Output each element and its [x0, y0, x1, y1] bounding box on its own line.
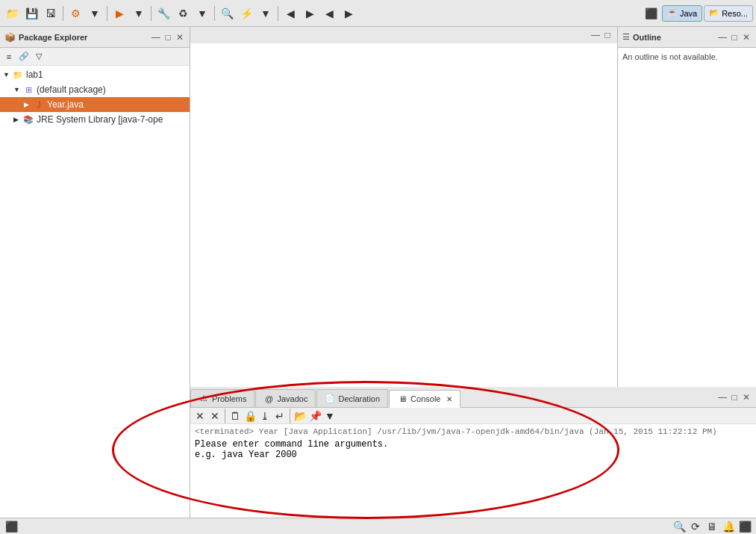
arrow-yearjava: ▶ — [24, 101, 33, 108]
maximize-bottom-btn[interactable]: □ — [729, 392, 740, 403]
toolbar-btn-prev[interactable]: ◀ — [281, 4, 299, 22]
outline-title: Outline — [633, 33, 714, 42]
console-tab-label: Console — [410, 394, 440, 403]
collapse-all-btn[interactable]: ≡ — [2, 50, 16, 63]
console-pin-btn[interactable]: 📌 — [308, 409, 322, 423]
status-refresh-btn[interactable]: ⟳ — [689, 520, 702, 533]
status-extra-btn[interactable]: ⬛ — [738, 520, 752, 533]
toolbar-btn-searchdrop[interactable]: ▼ — [257, 4, 275, 22]
toolbar-btn-new[interactable]: 📁 — [3, 4, 21, 22]
perspective-java-btn[interactable]: ☕ Java — [662, 5, 702, 22]
maximize-outline-btn[interactable]: □ — [729, 32, 740, 43]
tree-item-jre[interactable]: ▶ 📚 JRE System Library [java-7-ope — [0, 112, 190, 127]
minimize-editor-btn[interactable]: — — [590, 30, 601, 40]
tab-javadoc[interactable]: @ Javadoc — [255, 389, 316, 407]
tree-item-yearjava[interactable]: ▶ J Year.java — [0, 97, 190, 112]
main-toolbar: 📁 💾 🖫 ⚙ ▼ ▶ ▼ 🔧 ♻ ▼ 🔍 ⚡ ▼ ◀ ▶ ◀ ▶ ⬛ ☕ Ja… — [0, 0, 756, 27]
close-bottom-btn[interactable]: ✕ — [741, 392, 752, 403]
status-new-btn[interactable]: ⬛ — [4, 520, 18, 533]
toolbar-btn-next[interactable]: ▶ — [301, 4, 319, 22]
console-terminate-btn[interactable]: ✕ — [193, 409, 207, 423]
toolbar-sep-1 — [63, 6, 63, 21]
tree-item-lab1[interactable]: ▼ 📁 lab1 — [0, 67, 190, 82]
tab-problems[interactable]: ⚠ Problems — [190, 389, 254, 407]
outline-content: An outline is not available. — [618, 48, 756, 387]
arrow-jre: ▶ — [13, 116, 22, 123]
javadoc-tab-label: Javadoc — [277, 394, 307, 403]
view-menu-btn[interactable]: ▽ — [32, 50, 46, 63]
toolbar-sep-3 — [151, 6, 151, 21]
toolbar-btn-run[interactable]: ⚙ — [66, 4, 84, 22]
editor-content[interactable] — [190, 43, 617, 387]
editor-panel: — □ — [190, 27, 618, 387]
perspective-java-label: Java — [680, 9, 697, 18]
console-clear-btn[interactable]: 🗒 — [228, 409, 242, 423]
outline-icon: ☰ — [622, 32, 630, 42]
toolbar-btn-back[interactable]: ◀ — [320, 4, 338, 22]
console-word-wrap-btn[interactable]: ↵ — [273, 409, 287, 423]
toolbar-btn-save2[interactable]: 🖫 — [42, 4, 60, 22]
arrow-lab1: ▼ — [3, 71, 12, 78]
maximize-editor-btn[interactable]: □ — [602, 30, 613, 40]
link-with-editor-btn[interactable]: 🔗 — [17, 50, 31, 63]
package-explorer-icon: 📦 — [4, 32, 16, 43]
toolbar-btn-rundrop[interactable]: ▼ — [86, 4, 104, 22]
tree-label-default-package: (default package) — [37, 84, 106, 95]
close-outline-btn[interactable]: ✕ — [741, 32, 752, 43]
editor-header-controls: — □ — [590, 30, 613, 40]
editor-header: — □ — [190, 27, 617, 43]
console-tab-close[interactable]: ✕ — [446, 395, 452, 403]
console-scroll-end-btn[interactable]: ⤓ — [258, 409, 272, 423]
outline-header: ☰ Outline — □ ✕ — [618, 27, 756, 48]
toolbar-sep-4 — [214, 6, 215, 21]
tree-item-default-package[interactable]: ▼ ⊞ (default package) — [0, 82, 190, 97]
toolbar-right: ⬛ ☕ Java 📂 Reso... — [643, 4, 753, 22]
tab-console[interactable]: 🖥 Console ✕ — [389, 390, 460, 408]
console-menu-btn[interactable]: ▼ — [323, 409, 337, 423]
header-controls-left: — □ ✕ — [151, 32, 185, 43]
outline-panel: ☰ Outline — □ ✕ An outline is not availa… — [618, 27, 756, 387]
minimize-left-btn[interactable]: — — [151, 32, 161, 43]
minimize-bottom-btn[interactable]: — — [717, 392, 728, 403]
tab-declaration[interactable]: 📄 Declaration — [316, 389, 388, 407]
console-tab-icon: 🖥 — [397, 394, 407, 404]
outline-message: An outline is not available. — [622, 52, 718, 61]
bottom-panel: ⚠ Problems @ Javadoc 📄 Declaration 🖥 Con… — [190, 387, 756, 518]
tree-label-jre: JRE System Library [java-7-ope — [37, 114, 163, 125]
perspective-resource-btn[interactable]: 📂 Reso... — [704, 5, 753, 22]
package-explorer-toolbar: ≡ 🔗 ▽ — [0, 48, 190, 66]
maximize-left-btn[interactable]: □ — [163, 32, 173, 43]
toolbar-btn-debug[interactable]: ▶ — [110, 4, 128, 22]
console-sep-1 — [225, 409, 225, 423]
package-explorer-tree: ▼ 📁 lab1 ▼ ⊞ (default package) ▶ J Year.… — [0, 66, 190, 518]
toolbar-btn-maximize[interactable]: ⬛ — [643, 4, 660, 22]
status-bar: ⬛ 🔍 ⟳ 🖥 🔔 ⬛ — [0, 518, 756, 534]
console-remove-btn[interactable]: ✕ — [208, 409, 222, 423]
status-monitor-btn[interactable]: 🖥 — [705, 520, 719, 533]
resource-icon: 📂 — [709, 8, 719, 18]
toolbar-btn-search2[interactable]: ⚡ — [237, 4, 255, 22]
status-bell-btn[interactable]: 🔔 — [722, 520, 735, 533]
console-open-file-btn[interactable]: 📂 — [293, 409, 307, 423]
toolbar-btn-save[interactable]: 💾 — [22, 4, 40, 22]
console-scroll-lock-btn[interactable]: 🔒 — [243, 409, 257, 423]
toolbar-btn-ext1[interactable]: 🔧 — [154, 4, 172, 22]
package-icon: ⊞ — [22, 84, 34, 96]
package-explorer-title: Package Explorer — [19, 33, 148, 42]
minimize-outline-btn[interactable]: — — [717, 32, 728, 43]
toolbar-btn-fwd[interactable]: ▶ — [340, 4, 357, 22]
tree-label-yearjava: Year.java — [47, 99, 84, 110]
java-icon: ☕ — [667, 8, 678, 18]
toolbar-btn-ext2[interactable]: ♻ — [174, 4, 192, 22]
toolbar-btn-search[interactable]: 🔍 — [218, 4, 236, 22]
close-left-btn[interactable]: ✕ — [175, 32, 185, 43]
bottom-panel-header-controls: — □ ✕ — [717, 392, 756, 403]
status-search-btn[interactable]: 🔍 — [672, 520, 686, 533]
package-explorer-panel: 📦 Package Explorer — □ ✕ ≡ 🔗 ▽ ▼ 📁 lab1 — [0, 27, 190, 518]
tree-label-lab1: lab1 — [26, 69, 43, 80]
toolbar-btn-debugdrop[interactable]: ▼ — [130, 4, 148, 22]
project-icon: 📁 — [12, 69, 24, 81]
arrow-default-package: ▼ — [13, 86, 22, 93]
toolbar-btn-ext3[interactable]: ▼ — [193, 4, 211, 22]
lib-icon: 📚 — [22, 114, 34, 125]
